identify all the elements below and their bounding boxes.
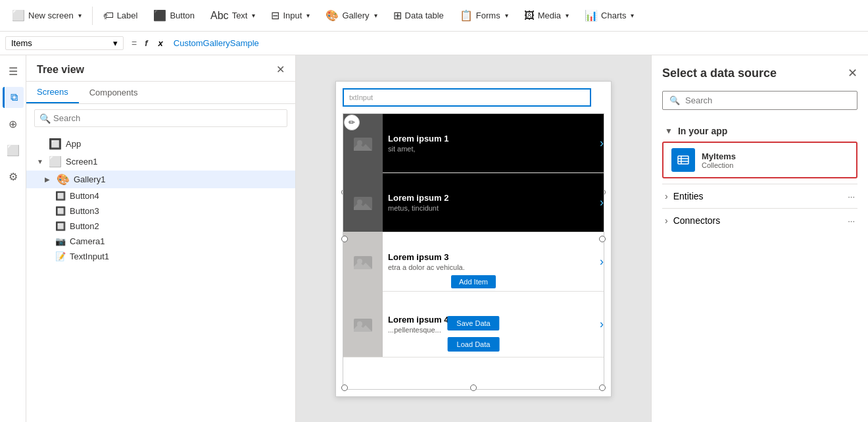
layers-icon[interactable]: ⧉ <box>3 87 24 108</box>
charts-button[interactable]: 📊 Charts ▾ <box>578 7 640 24</box>
camera-icon: 📷 <box>55 236 66 246</box>
tree-tabs: Screens Components <box>26 82 295 104</box>
property-dropdown[interactable]: Items ▾ <box>5 36 124 50</box>
chevron-down-icon: ▾ <box>78 12 82 19</box>
tree-item-label: Camera1 <box>70 236 105 246</box>
tree-item-textinput1[interactable]: 📝 TextInput1 <box>26 249 295 264</box>
tree-close-button[interactable]: ✕ <box>276 63 285 76</box>
hamburger-icon[interactable]: ☰ <box>3 61 24 82</box>
forms-icon: 📋 <box>460 9 473 22</box>
connectors-label: Connectors <box>673 215 721 226</box>
myitems-item[interactable]: MyItems Collection <box>662 142 857 178</box>
data-source-panel: Select a data source ✕ 🔍 ▼ In your app <box>651 55 868 422</box>
data-source-title: Select a data source <box>662 66 777 80</box>
canvas-textinput[interactable]: txtInput <box>343 88 591 107</box>
gallery-chevron-2: › <box>600 196 604 209</box>
gallery-tree-icon: 🎨 <box>57 173 70 186</box>
selection-handle-bl <box>341 384 348 391</box>
tree-item-screen1[interactable]: ▼ ⬜ Screen1 <box>26 153 295 171</box>
tree-item-gallery1[interactable]: ▶ 🎨 Gallery1 ··· <box>26 171 295 188</box>
tree-item-label: Button2 <box>70 221 99 231</box>
data-source-close-button[interactable]: ✕ <box>848 66 857 80</box>
button2-icon: 🔲 <box>55 221 66 231</box>
gallery-button[interactable]: 🎨 Gallery ▾ <box>319 7 383 24</box>
gallery-item-1[interactable]: Lorem ipsum 1 sit amet, › <box>343 114 604 173</box>
label-button[interactable]: 🏷 Label <box>97 7 145 24</box>
tree-item-app[interactable]: 🔲 App <box>26 135 295 153</box>
gallery-thumb-2 <box>343 172 383 232</box>
gallery-container: Lorem ipsum 1 sit amet, › Lorem ipsum 2 … <box>343 113 604 390</box>
svg-rect-8 <box>678 156 688 164</box>
tab-components[interactable]: Components <box>79 82 149 103</box>
load-data-button[interactable]: Load Data <box>448 337 500 352</box>
tab-screens[interactable]: Screens <box>26 82 79 103</box>
tree-item-button4[interactable]: 🔲 Button4 <box>26 188 295 203</box>
gallery-chevron-4: › <box>600 317 604 331</box>
entities-more-icon[interactable]: ··· <box>848 192 855 201</box>
tree-header: Tree view ✕ <box>26 55 295 82</box>
add-item-button[interactable]: Add Item <box>451 275 496 288</box>
gallery-item-3[interactable]: Lorem ipsum 3 etra a dolor ac vehicula. … <box>343 232 604 292</box>
entities-section[interactable]: › Entities ··· <box>662 184 857 208</box>
equals-sign: = <box>132 38 137 49</box>
label-icon: 🏷 <box>103 10 114 22</box>
connectors-chevron-icon: › <box>665 215 668 226</box>
formula-bar: Items ▾ = fx CustomGallerySample <box>0 32 868 55</box>
data-source-search[interactable]: 🔍 <box>662 91 857 110</box>
tree-search-input[interactable] <box>34 109 287 127</box>
canvas-frame: txtInput ✏ Lorem ipsum 1 sit amet, <box>335 81 612 397</box>
datatable-label: Data table <box>405 11 444 20</box>
gallery-icon: 🎨 <box>326 9 339 22</box>
charts-label: Charts <box>601 11 626 20</box>
save-data-button[interactable]: Save Data <box>447 316 499 330</box>
input-button[interactable]: ⊟ Input ▾ <box>264 7 316 24</box>
formula-value[interactable]: CustomGallerySample <box>174 38 863 48</box>
datatable-button[interactable]: ⊞ Data table <box>387 7 450 24</box>
myitems-icon <box>671 148 695 172</box>
tree-view-title: Tree view <box>37 64 84 76</box>
tree-item-label: TextInput1 <box>70 251 109 261</box>
gallery-item-2[interactable]: Lorem ipsum 2 metus, tincidunt › <box>343 173 604 232</box>
label-label: Label <box>117 11 138 20</box>
selection-handle-ml <box>341 236 348 242</box>
gallery-item-4[interactable]: Lorem ipsum 4 ...pellentesque... › Save … <box>343 292 604 357</box>
entities-label: Entities <box>673 191 704 201</box>
tools-icon[interactable]: ⚙ <box>3 166 24 187</box>
expand-chevron-icon: ▼ <box>665 126 673 136</box>
toolbar: ⬜ New screen ▾ 🏷 Label ⬛ Button Abc Text… <box>0 0 868 32</box>
tree-item-button3[interactable]: 🔲 Button3 <box>26 203 295 219</box>
data-search-icon: 🔍 <box>669 95 680 105</box>
tree-item-camera1[interactable]: 📷 Camera1 <box>26 234 295 249</box>
text-chevron-icon: ▾ <box>252 12 255 19</box>
button-button[interactable]: ⬛ Button <box>147 7 201 24</box>
connectors-more-icon[interactable]: ··· <box>848 216 855 226</box>
gallery-label: Gallery <box>342 11 369 20</box>
screen-icon: ⬜ <box>49 155 62 168</box>
entities-chevron-icon: › <box>665 191 668 201</box>
data-source-search-input[interactable] <box>685 95 850 105</box>
expand-icon: ▶ <box>45 176 53 183</box>
text-icon: Abc <box>210 10 229 22</box>
media-button[interactable]: 🖼 Media ▾ <box>518 7 575 24</box>
forms-button[interactable]: 📋 Forms ▾ <box>453 7 515 24</box>
data-icon[interactable]: ⬜ <box>3 140 24 161</box>
text-label: Text <box>232 11 248 20</box>
fx-x: x <box>158 38 163 48</box>
in-your-app-label: In your app <box>678 126 727 136</box>
media-icon: 🖼 <box>524 10 535 22</box>
in-your-app-header[interactable]: ▼ In your app <box>662 120 857 142</box>
tree-item-label: App <box>66 139 81 149</box>
tree-search-icon: 🔍 <box>39 113 51 124</box>
expand-icon: ▼ <box>37 158 45 165</box>
edit-icon[interactable]: ✏ <box>344 115 360 130</box>
components-icon[interactable]: ⊕ <box>3 113 24 134</box>
tree-view: Tree view ✕ Screens Components 🔍 🔲 App <box>26 55 295 422</box>
tree-item-label: Screen1 <box>66 157 97 167</box>
tree-item-button2[interactable]: 🔲 Button2 <box>26 219 295 234</box>
new-screen-button[interactable]: ⬜ New screen ▾ <box>5 7 88 24</box>
connectors-section[interactable]: › Connectors ··· <box>662 208 857 232</box>
text-button[interactable]: Abc Text ▾ <box>204 7 262 24</box>
charts-icon: 📊 <box>585 9 598 22</box>
data-source-header: Select a data source ✕ <box>662 66 857 80</box>
gallery-chevron-1: › <box>600 136 604 150</box>
